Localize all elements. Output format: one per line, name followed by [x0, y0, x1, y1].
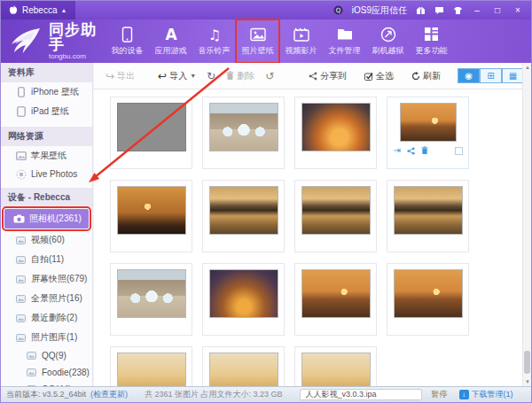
grid-scroll-thumb[interactable]	[524, 351, 530, 374]
message-icon[interactable]	[434, 5, 444, 16]
sidebar-item-label: 屏幕快照(679)	[31, 273, 87, 285]
sidebar-item[interactable]: 屏幕快照(679)	[1, 269, 92, 289]
view-toggle-group: ◉ ⊞ ▦	[458, 68, 524, 83]
sidebar-item[interactable]: QQ(9)	[1, 347, 92, 364]
photo-thumbnail[interactable]	[209, 269, 278, 318]
photo-icon	[250, 27, 266, 43]
nav-item-folder[interactable]: 文件管理	[323, 19, 366, 63]
select-all-button[interactable]: 全选	[362, 68, 396, 84]
import-icon: ↩	[158, 71, 167, 81]
photo-checkbox[interactable]	[455, 147, 463, 155]
view-large-grid-button[interactable]: ⊞	[480, 68, 502, 83]
photo-cell-lake-reflection[interactable]	[202, 180, 285, 252]
photo-thumbnail[interactable]	[301, 186, 371, 235]
sidebar-item[interactable]: Foodie(238)	[1, 364, 92, 381]
album-icon	[15, 314, 27, 323]
grid-scrollbar[interactable]: ▲ ▼	[522, 63, 531, 386]
photo-thumbnail[interactable]	[209, 353, 278, 386]
photo-cell-bridge-sunset[interactable]: ⇥	[387, 97, 469, 169]
sidebar-item[interactable]: iPhone 壁纸	[1, 82, 92, 102]
minimize-button[interactable]: –	[471, 5, 483, 16]
sidebar-item[interactable]: Live Photos	[1, 166, 92, 182]
main-navbar: 同步助手 tongbu.com 我的设备A应用游戏♫音乐铃声照片壁纸视频影片文件…	[1, 19, 531, 63]
rotate-right-button[interactable]: ↻	[204, 69, 218, 83]
view-small-grid-button[interactable]: ▦	[502, 68, 524, 83]
share-photo-icon[interactable]	[407, 147, 415, 155]
photo-thumbnail[interactable]	[400, 103, 457, 142]
export-button[interactable]: ↪ 导出	[103, 68, 137, 84]
pause-button[interactable]: 暂停	[432, 389, 448, 400]
export-photo-icon[interactable]: ⇥	[394, 146, 401, 155]
photo-thumbnail[interactable]	[117, 353, 186, 386]
sidebar-item-label: 视频(60)	[31, 234, 65, 246]
trust-label[interactable]: iOS9应用信任	[352, 4, 407, 17]
photo-cell-lake-clipped[interactable]	[110, 346, 192, 386]
nav-item-device[interactable]: 我的设备	[106, 19, 149, 63]
view-slideshow-button[interactable]: ◉	[458, 68, 480, 83]
nav-item-more[interactable]: 更多功能	[410, 19, 453, 63]
scroll-down-icon[interactable]: ▼	[523, 379, 532, 384]
sidebar-item[interactable]: 苹果壁纸	[1, 146, 92, 166]
refresh-button[interactable]: 刷新	[409, 68, 443, 84]
share-button[interactable]: 分享到	[306, 68, 349, 84]
sidebar-item[interactable]: 视频(60)	[1, 230, 92, 250]
sidebar-item[interactable]: 照片图库(1)	[1, 328, 92, 347]
nav-item-video[interactable]: 视频影片	[279, 19, 323, 63]
sidebar-item[interactable]: 全景照片(16)	[1, 289, 92, 308]
album-icon	[26, 351, 37, 360]
photo-cell-bridge-dusk[interactable]	[110, 180, 192, 252]
photo-thumbnail[interactable]	[301, 269, 371, 318]
nav-item-jailbreak[interactable]: 刷机越狱	[366, 19, 410, 63]
photo-cell-memorial-archway[interactable]	[202, 97, 285, 169]
photo-cell-bridge-sunset[interactable]	[294, 263, 377, 336]
sidebar-item-label: iPhone 壁纸	[31, 86, 79, 98]
close-button[interactable]: ×	[512, 5, 524, 16]
sidebar-item[interactable]: iPad 壁纸	[1, 102, 92, 121]
folder-icon	[337, 27, 353, 43]
nav-item-photo[interactable]: 照片壁纸	[236, 19, 279, 63]
photo-thumbnail[interactable]	[209, 186, 278, 235]
delete-button[interactable]: 删除	[223, 68, 257, 84]
check-update-link[interactable]: (检查更新)	[90, 389, 128, 400]
photo-cell-lake-clipped[interactable]	[202, 346, 285, 386]
photo-thumbnail[interactable]	[117, 269, 186, 318]
photo-cell-lake-reflection[interactable]	[387, 180, 469, 252]
photo-thumbnail[interactable]	[394, 186, 463, 235]
nav-item-music[interactable]: ♫音乐铃声	[192, 19, 236, 63]
sidebar-item[interactable]: 自拍(11)	[1, 250, 92, 269]
sidebar-section-header: 设备 - Rebecca	[1, 188, 92, 207]
import-button[interactable]: ↩ 导入 ▼	[155, 68, 199, 84]
delete-photo-icon[interactable]	[421, 146, 428, 155]
device-user-tab[interactable]: Rebecca ▲	[1, 1, 75, 19]
photo-thumbnail[interactable]	[301, 103, 371, 151]
sidebar-section-header: 网络资源	[1, 127, 92, 146]
photo-cell-lake-reflection[interactable]	[294, 180, 377, 252]
photo-cell-tree-sunset[interactable]	[294, 97, 377, 169]
photo-thumbnail[interactable]	[394, 269, 463, 318]
sidebar-item-label: 最近删除(2)	[31, 312, 77, 324]
nav-item-appstore[interactable]: A应用游戏	[149, 19, 192, 63]
photo-cell-memorial-archway[interactable]	[110, 263, 192, 336]
photo-thumbnail[interactable]	[117, 103, 186, 151]
photo-cell-lake-clipped[interactable]	[294, 346, 377, 386]
photo-cell-loading-placeholder[interactable]	[110, 97, 192, 169]
skin-icon[interactable]	[452, 5, 463, 16]
sidebar-item-label: 照相机(2361)	[29, 213, 82, 225]
wing-logo-icon	[8, 27, 43, 57]
scroll-up-icon[interactable]: ▲	[523, 65, 532, 70]
photo-thumbnail[interactable]	[117, 186, 186, 235]
sidebar-section-header: 资料库	[1, 63, 92, 82]
statusbar: 当前版本: v3.5.2_64bit (检查更新) 共 2361 张图片 占用文…	[1, 386, 531, 402]
photo-thumbnail[interactable]	[209, 103, 278, 151]
nav-item-label: 音乐铃声	[199, 45, 231, 57]
download-manager-button[interactable]: ↓ 下载管理(1)	[459, 389, 513, 400]
photo-cell-tree-sunset-dark[interactable]	[202, 263, 285, 336]
photo-cell-bridge-sunset[interactable]	[387, 263, 469, 336]
sidebar-item[interactable]: 最近删除(2)	[1, 308, 92, 328]
rotate-left-button[interactable]: ↺	[262, 69, 277, 83]
maximize-button[interactable]: □	[491, 5, 504, 16]
sidebar-item-camera-roll[interactable]: 照相机(2361)	[4, 209, 89, 229]
nav-item-label: 刷机越狱	[372, 45, 404, 57]
gift-icon[interactable]	[415, 5, 426, 16]
photo-thumbnail[interactable]	[301, 353, 371, 386]
